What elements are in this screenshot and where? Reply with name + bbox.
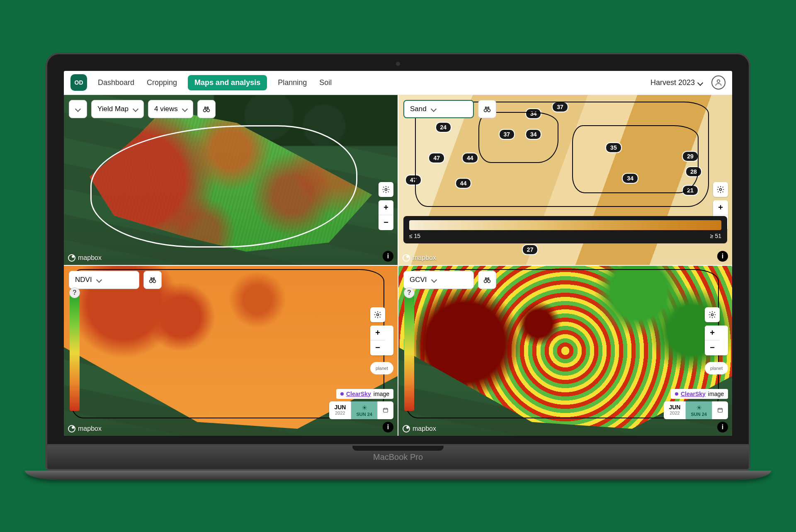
- binoculars-button[interactable]: [197, 100, 216, 118]
- settings-button[interactable]: [705, 307, 720, 322]
- info-button[interactable]: i: [717, 251, 728, 262]
- layer-dropdown[interactable]: NDVI: [69, 271, 139, 289]
- settings-button[interactable]: [713, 182, 728, 197]
- brand-logo[interactable]: OD: [70, 74, 87, 91]
- attribution-label: mapbox: [413, 425, 436, 432]
- nav-cropping[interactable]: Cropping: [145, 75, 179, 90]
- svg-point-9: [377, 313, 379, 316]
- imagery-source-link[interactable]: ClearSky: [681, 391, 706, 397]
- info-button[interactable]: i: [383, 251, 393, 262]
- chevron-down-icon: [698, 78, 702, 87]
- app-screen: OD Dashboard Cropping Maps and analysis …: [64, 71, 732, 436]
- zone-value: 27: [522, 244, 539, 255]
- calendar-button[interactable]: [378, 401, 393, 419]
- mapbox-logo-icon: [68, 425, 75, 432]
- legend-min-label: ≤ 15: [409, 233, 420, 239]
- zoom-in-button[interactable]: +: [370, 326, 385, 340]
- layer-dropdown[interactable]: GCVI: [403, 271, 474, 289]
- date-selector[interactable]: JUN 2022 ☀ SUN 24: [664, 401, 728, 419]
- season-selector[interactable]: Harvest 2023: [650, 78, 702, 87]
- binoculars-button[interactable]: [143, 271, 162, 289]
- map-quad-grid: Yield Map 4 views: [64, 95, 732, 436]
- screen-bezel: OD Dashboard Cropping Maps and analysis …: [46, 53, 750, 446]
- panel-yield-toolbar: Yield Map 4 views: [69, 100, 216, 118]
- map-attribution: mapbox: [403, 425, 436, 432]
- svg-rect-14: [718, 408, 723, 412]
- imagery-source-link[interactable]: ClearSky: [346, 391, 371, 397]
- settings-button[interactable]: [379, 182, 393, 197]
- views-dropdown[interactable]: 4 views: [148, 100, 193, 118]
- zoom-out-button[interactable]: −: [705, 340, 720, 355]
- layer-dropdown[interactable]: Sand: [403, 100, 474, 118]
- date-year-label: 2022: [334, 411, 346, 415]
- zoom-out-button[interactable]: −: [379, 215, 393, 230]
- layer-dropdown-label: Yield Map: [97, 105, 129, 113]
- date-dayofweek-label: SUN 24: [691, 412, 707, 417]
- info-button[interactable]: i: [717, 422, 728, 432]
- imagery-source-suffix: image: [708, 391, 724, 397]
- binoculars-button[interactable]: [478, 100, 496, 118]
- date-year-label: 2022: [669, 411, 680, 415]
- svg-rect-10: [383, 408, 388, 412]
- date-selector[interactable]: JUN 2022 ☀ SUN 24: [329, 401, 393, 419]
- zoom-controls: + −: [705, 326, 728, 355]
- panel-sand: 37 24 37 34 34 47 44 35 29 28 47 44 34 2…: [398, 95, 732, 265]
- gcvi-legend-gradient: ?: [404, 295, 414, 411]
- legend-max-label: ≥ 51: [710, 233, 721, 239]
- calendar-icon: [717, 406, 723, 414]
- nav-dashboard[interactable]: Dashboard: [96, 75, 136, 90]
- user-icon: [714, 78, 723, 87]
- svg-point-0: [717, 80, 720, 83]
- attribution-label: mapbox: [413, 254, 436, 262]
- binoculars-icon: [483, 276, 491, 284]
- date-month-label: JUN: [334, 404, 346, 411]
- laptop-notch: [352, 446, 444, 451]
- attribution-label: mapbox: [78, 254, 102, 262]
- imagery-provider-badge[interactable]: planet: [705, 362, 728, 374]
- collapse-dropdown[interactable]: [69, 100, 87, 118]
- map-controls: + − planet: [705, 307, 728, 374]
- zoom-in-button[interactable]: +: [379, 200, 393, 215]
- imagery-provider-badge[interactable]: planet: [370, 362, 393, 374]
- map-controls: + −: [379, 182, 393, 230]
- mapbox-logo-icon: [403, 254, 410, 262]
- calendar-icon: [383, 406, 388, 414]
- chevron-down-icon: [432, 276, 436, 284]
- chevron-down-icon: [183, 105, 187, 113]
- date-dayofweek-label: SUN 24: [356, 412, 372, 417]
- binoculars-button[interactable]: [478, 271, 496, 289]
- nav-soil[interactable]: Soil: [318, 75, 333, 90]
- nav-planning[interactable]: Planning: [276, 75, 308, 90]
- svg-point-6: [720, 188, 722, 190]
- season-label: Harvest 2023: [650, 78, 695, 87]
- legend-help-button[interactable]: ?: [69, 287, 80, 298]
- binoculars-icon: [202, 105, 211, 113]
- panel-gcvi: GCVI ?: [398, 266, 732, 436]
- sun-icon: ☀: [356, 404, 372, 412]
- ndvi-legend-gradient: ?: [70, 295, 80, 411]
- user-avatar-button[interactable]: [711, 75, 726, 90]
- svg-point-1: [203, 109, 206, 112]
- laptop-base-label-bar: MacBook Pro: [46, 446, 750, 471]
- nav-maps-analysis[interactable]: Maps and analysis: [188, 75, 267, 90]
- info-button[interactable]: i: [383, 422, 393, 432]
- zoom-out-button[interactable]: −: [370, 340, 385, 355]
- layer-dropdown-label: NDVI: [75, 276, 92, 284]
- layer-dropdown[interactable]: Yield Map: [91, 100, 144, 118]
- svg-point-12: [488, 280, 490, 283]
- svg-point-4: [484, 109, 487, 112]
- laptop-mockup: OD Dashboard Cropping Maps and analysis …: [46, 53, 750, 480]
- status-dot-icon: [675, 392, 678, 396]
- chevron-down-icon: [432, 105, 436, 113]
- panel-ndvi-toolbar: NDVI: [69, 271, 162, 289]
- zoom-in-button[interactable]: +: [705, 326, 720, 340]
- legend-help-button[interactable]: ?: [404, 287, 415, 298]
- views-dropdown-label: 4 views: [154, 105, 178, 113]
- gear-icon: [382, 185, 390, 194]
- map-attribution: mapbox: [68, 425, 102, 432]
- calendar-button[interactable]: [712, 401, 728, 419]
- zoom-in-button[interactable]: +: [713, 200, 728, 215]
- sand-legend: ≤ 15 ≥ 51: [403, 216, 727, 243]
- laptop-base-edge: [25, 471, 771, 480]
- settings-button[interactable]: [370, 307, 385, 322]
